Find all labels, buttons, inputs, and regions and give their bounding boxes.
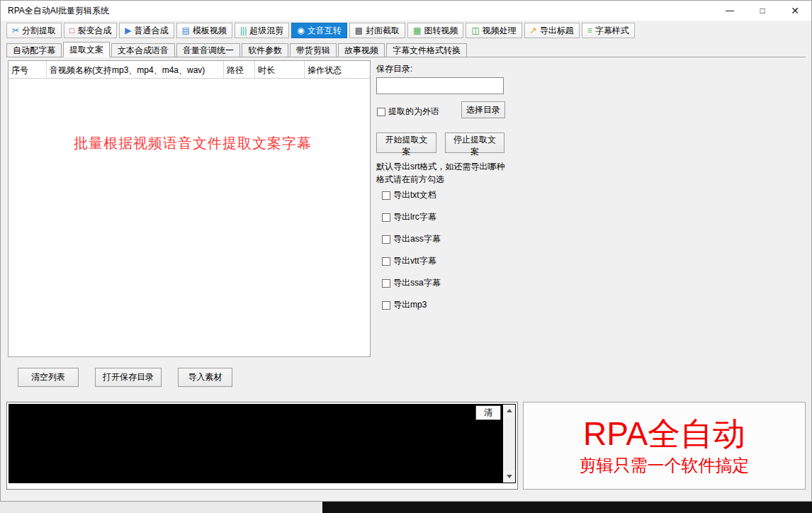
export-lrc-checkbox[interactable]: 导出lrc字幕 xyxy=(382,211,441,223)
start-extract-button[interactable]: 开始提取文案 xyxy=(376,133,436,153)
tab-label: 视频处理 xyxy=(483,25,517,37)
tab-subtitle-style[interactable]: ≡ 字幕样式 xyxy=(582,23,635,38)
tab-label: 分割提取 xyxy=(22,25,56,37)
title-bar: RPA全自动AI批量剪辑系统 — □ ✕ xyxy=(1,1,811,21)
column-header-status[interactable]: 操作状态 xyxy=(305,61,370,78)
screen: RPA全自动AI批量剪辑系统 — □ ✕ ✂ 分割提取 □ 裂变合成 ▶ 普通合… xyxy=(0,0,812,513)
mix-cut-icon: ||| xyxy=(240,26,247,35)
table-watermark: 批量根据视频语音文件提取文案字幕 xyxy=(74,134,312,153)
microphone-icon: ◉ xyxy=(297,26,304,35)
save-dir-label: 保存目录: xyxy=(376,63,412,75)
export-vtt-checkbox[interactable]: 导出vtt字幕 xyxy=(382,255,441,267)
tab-template-video[interactable]: ▤ 模板视频 xyxy=(176,23,232,38)
checkbox-label: 导出vtt字幕 xyxy=(393,255,436,267)
checkbox-icon xyxy=(382,257,390,266)
taskbar-strip xyxy=(322,502,812,513)
checkbox-label: 导出ass字幕 xyxy=(393,233,441,245)
tab-label: 字幕样式 xyxy=(595,25,629,37)
save-dir-input[interactable] xyxy=(376,77,504,94)
subtab-text-to-speech[interactable]: 文本合成语音 xyxy=(111,43,175,57)
export-ssa-checkbox[interactable]: 导出ssa字幕 xyxy=(382,277,441,289)
subtab-auto-subtitle[interactable]: 自动配字幕 xyxy=(6,43,62,57)
main-tab-bar: ✂ 分割提取 □ 裂变合成 ▶ 普通合成 ▤ 模板视频 ||| 超级混剪 ◉ 文… xyxy=(6,23,635,38)
split-icon: ✂ xyxy=(12,26,19,35)
minimize-button[interactable]: — xyxy=(714,1,746,21)
log-scrollbar[interactable] xyxy=(503,405,515,483)
import-material-button[interactable]: 导入素材 xyxy=(178,368,232,387)
column-header-duration[interactable]: 时长 xyxy=(255,61,305,78)
tab-normal-compose[interactable]: ▶ 普通合成 xyxy=(119,23,174,38)
log-panel: 清空 xyxy=(6,402,518,490)
tab-text-audio-convert[interactable]: ◉ 文音互转 xyxy=(291,23,346,38)
file-table-header: 序号 音视频名称(支持mp3、mp4、m4a、wav) 路径 时长 操作状态 xyxy=(9,61,370,79)
subtab-extract-text[interactable]: 提取文案 xyxy=(63,42,110,57)
tab-label: 裂变合成 xyxy=(77,25,111,37)
image-to-video-icon: ▦ xyxy=(413,26,421,35)
export-hint-line1: 默认导出srt格式，如还需导出哪种 xyxy=(376,161,504,173)
file-table-body[interactable]: 批量根据视频语音文件提取文案字幕 xyxy=(9,79,370,357)
subtab-subtitle-format-convert[interactable]: 字幕文件格式转换 xyxy=(386,43,467,57)
tab-label: 封面截取 xyxy=(366,25,400,37)
checkbox-icon xyxy=(382,279,390,288)
tab-label: 超级混剪 xyxy=(249,25,283,37)
tab-label: 普通合成 xyxy=(135,25,169,37)
export-hint-line2: 格式请在前方勾选 xyxy=(376,174,444,186)
tab-label: 模板视频 xyxy=(193,25,227,37)
close-button[interactable]: ✕ xyxy=(779,1,811,21)
checkbox-label: 导出txt文档 xyxy=(393,189,436,201)
foreign-language-checkbox[interactable]: 提取的为外语 xyxy=(377,106,439,118)
log-output[interactable] xyxy=(9,404,516,483)
tab-label: 导出标题 xyxy=(540,25,574,37)
log-clear-button[interactable]: 清空 xyxy=(475,405,501,420)
branding-title: RPA全自动 xyxy=(583,417,745,450)
scroll-up-icon[interactable] xyxy=(503,405,515,417)
cover-capture-icon: ▩ xyxy=(355,26,363,35)
checkbox-label: 导出ssa字幕 xyxy=(393,277,441,289)
clear-list-button[interactable]: 清空列表 xyxy=(18,368,79,387)
export-txt-checkbox[interactable]: 导出txt文档 xyxy=(382,189,441,201)
play-icon: ▶ xyxy=(125,26,131,35)
file-table: 序号 音视频名称(支持mp3、mp4、m4a、wav) 路径 时长 操作状态 批… xyxy=(8,60,371,357)
tab-export-title[interactable]: ↗ 导出标题 xyxy=(524,23,580,38)
video-process-icon: ◫ xyxy=(471,26,479,35)
subtitle-style-icon: ≡ xyxy=(587,26,592,35)
tab-video-process[interactable]: ◫ 视频处理 xyxy=(466,23,521,38)
tab-label: 图转视频 xyxy=(424,25,458,37)
maximize-button[interactable]: □ xyxy=(746,1,779,21)
tab-label: 文音互转 xyxy=(308,25,342,37)
subtab-story-video[interactable]: 故事视频 xyxy=(338,43,385,57)
export-options-list: 导出txt文档 导出lrc字幕 导出ass字幕 导出vtt字幕 导出ssa字幕 … xyxy=(382,189,441,311)
column-header-name[interactable]: 音视频名称(支持mp3、mp4、m4a、wav) xyxy=(47,61,224,78)
choose-dir-button[interactable]: 选择目录 xyxy=(461,101,505,118)
tab-image-to-video[interactable]: ▦ 图转视频 xyxy=(407,23,463,38)
column-header-index[interactable]: 序号 xyxy=(9,61,47,78)
export-mp3-checkbox[interactable]: 导出mp3 xyxy=(382,299,441,311)
desktop-strip xyxy=(0,502,322,513)
scroll-down-icon[interactable] xyxy=(503,470,515,483)
stop-extract-button[interactable]: 停止提取文案 xyxy=(445,133,504,153)
checkbox-icon xyxy=(382,301,390,310)
checkbox-icon xyxy=(382,235,390,244)
subtab-volume-unify[interactable]: 音量音调统一 xyxy=(176,43,240,57)
tab-fission-compose[interactable]: □ 裂变合成 xyxy=(64,23,117,38)
branding-subtitle: 剪辑只需一个软件搞定 xyxy=(580,457,750,474)
tab-cover-capture[interactable]: ▩ 封面截取 xyxy=(349,23,405,38)
app-window: RPA全自动AI批量剪辑系统 — □ ✕ ✂ 分割提取 □ 裂变合成 ▶ 普通合… xyxy=(0,0,812,502)
checkbox-label: 导出lrc字幕 xyxy=(393,211,436,223)
checkbox-icon xyxy=(377,108,385,116)
tab-super-mix-cut[interactable]: ||| 超级混剪 xyxy=(235,23,289,38)
subtab-software-params[interactable]: 软件参数 xyxy=(242,43,288,57)
subtab-ecommerce-edit[interactable]: 带货剪辑 xyxy=(290,43,337,57)
window-title: RPA全自动AI批量剪辑系统 xyxy=(8,5,109,17)
tab-split-extract[interactable]: ✂ 分割提取 xyxy=(6,23,62,38)
checkbox-label: 导出mp3 xyxy=(393,299,427,311)
export-icon: ↗ xyxy=(530,26,537,35)
sub-tab-bar: 自动配字幕 提取文案 文本合成语音 音量音调统一 软件参数 带货剪辑 故事视频 … xyxy=(6,41,806,57)
checkbox-label: 提取的为外语 xyxy=(388,106,439,118)
column-header-path[interactable]: 路径 xyxy=(224,61,255,78)
window-controls: — □ ✕ xyxy=(714,1,811,21)
open-save-dir-button[interactable]: 打开保存目录 xyxy=(95,368,162,387)
export-ass-checkbox[interactable]: 导出ass字幕 xyxy=(382,233,441,245)
below-window-area xyxy=(0,502,812,513)
template-video-icon: ▤ xyxy=(182,26,190,35)
